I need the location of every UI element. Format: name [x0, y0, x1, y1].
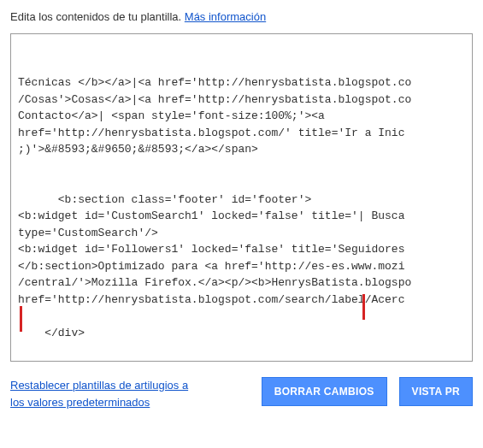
preview-button[interactable]: VISTA PR	[399, 377, 473, 406]
reset-widgets-link[interactable]: Restablecer plantillas de artilugios a l…	[10, 377, 198, 410]
marker-right	[362, 294, 365, 320]
template-code-editor[interactable]: Técnicas </b></a>|<a href='http://henrys…	[10, 33, 473, 362]
header-instruction: Edita los contenidos de tu plantilla. Má…	[10, 10, 473, 23]
marker-left	[20, 306, 22, 332]
header-intro-text: Edita los contenidos de tu plantilla.	[10, 10, 185, 23]
clear-changes-button[interactable]: BORRAR CAMBIOS	[262, 377, 387, 406]
more-info-link[interactable]: Más información	[185, 10, 266, 23]
code-content: Técnicas </b></a>|<a href='http://henrys…	[18, 74, 465, 362]
bottom-toolbar: Restablecer plantillas de artilugios a l…	[10, 377, 473, 410]
